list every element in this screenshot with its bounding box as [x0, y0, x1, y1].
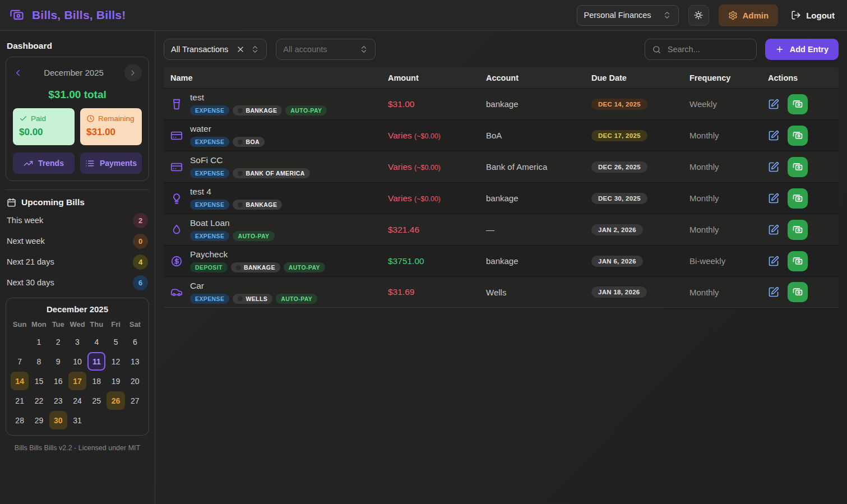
theme-toggle-button[interactable] — [688, 5, 709, 26]
calendar-day-28[interactable]: 28 — [11, 411, 29, 429]
calendar-day-17[interactable]: 17 — [68, 372, 86, 390]
due-date-badge: DEC 14, 2025 — [591, 99, 647, 110]
remaining-value: $31.00 — [86, 127, 136, 138]
pay-entry-button[interactable] — [788, 94, 808, 114]
upcoming-bills-heading: Upcoming Bills — [21, 197, 85, 207]
entry-amount: Varies (~$0.00) — [388, 162, 486, 172]
expense-badge: EXPENSE — [190, 231, 229, 241]
circle-dollar-icon — [170, 255, 183, 267]
table-row: Car EXPENSEWELLSAUTO-PAY $31.69 Wells JA… — [164, 276, 839, 308]
pay-entry-button[interactable] — [788, 126, 808, 146]
edit-entry-button[interactable] — [768, 286, 779, 298]
calendar-day-19[interactable]: 19 — [107, 372, 124, 390]
version-footer: Bills Bills Bills v2.2 - Licensed under … — [6, 444, 149, 452]
calendar-day-12[interactable]: 12 — [107, 352, 124, 371]
calendar-day-27[interactable]: 27 — [126, 391, 144, 410]
calendar-day-2[interactable]: 2 — [49, 332, 67, 351]
calendar-day-25[interactable]: 25 — [87, 391, 105, 410]
calendar-day-4[interactable]: 4 — [87, 332, 105, 351]
entry-frequency: Weekly — [689, 99, 768, 109]
calendar-day-16[interactable]: 16 — [49, 372, 67, 390]
calendar-day-24[interactable]: 24 — [68, 391, 86, 410]
calendar-day-3[interactable]: 3 — [68, 332, 86, 351]
calendar-day-18[interactable]: 18 — [87, 372, 105, 390]
edit-entry-button[interactable] — [768, 256, 779, 267]
transactions-filter-select[interactable]: All Transactions — [164, 39, 267, 60]
gear-icon — [728, 11, 738, 20]
calendar-day-9[interactable]: 9 — [49, 352, 67, 371]
add-entry-button[interactable]: Add Entry — [765, 39, 839, 60]
account-color-dot — [236, 265, 241, 270]
entry-name: test 4 — [190, 187, 282, 197]
plus-icon — [775, 45, 784, 54]
payments-button[interactable]: Payments — [80, 152, 142, 174]
expense-badge: EXPENSE — [190, 137, 229, 147]
calendar-day-11[interactable]: 11 — [87, 352, 105, 371]
pay-entry-button[interactable] — [788, 220, 808, 240]
upcoming-filter-item[interactable]: Next 21 days 4 — [7, 254, 148, 270]
calendar-day-31[interactable]: 31 — [68, 411, 86, 429]
search-box — [645, 39, 757, 60]
calendar-day-30[interactable]: 30 — [49, 411, 67, 429]
calendar-day-1[interactable]: 1 — [30, 332, 48, 351]
calendar-day-6[interactable]: 6 — [126, 332, 144, 351]
pay-entry-button[interactable] — [788, 188, 808, 209]
clear-filter-button[interactable] — [236, 45, 245, 54]
logout-icon — [791, 10, 801, 20]
upcoming-filter-item[interactable]: Next week 0 — [7, 233, 148, 249]
entry-amount: Varies (~$0.00) — [388, 131, 486, 141]
account-badge: BOA — [233, 137, 265, 147]
calendar-day-5[interactable]: 5 — [107, 332, 124, 351]
accounts-filter-select[interactable]: All accounts — [276, 39, 376, 60]
logout-button[interactable]: Logout — [788, 10, 838, 21]
edit-entry-button[interactable] — [768, 130, 779, 141]
sun-icon — [693, 10, 703, 20]
upcoming-filter-label: Next 21 days — [7, 257, 54, 266]
calendar-day-14[interactable]: 14 — [11, 372, 29, 390]
pay-entry-button[interactable] — [788, 157, 808, 177]
upcoming-filter-item[interactable]: This week 2 — [7, 212, 148, 228]
accounts-filter-placeholder: All accounts — [283, 45, 327, 54]
upcoming-filter-item[interactable]: Next 30 days 6 — [7, 275, 148, 290]
calendar-day-13[interactable]: 13 — [126, 352, 144, 371]
calendar-day-21[interactable]: 21 — [11, 391, 29, 410]
paid-label: Paid — [31, 114, 46, 123]
paid-summary-card: Paid $0.00 — [13, 108, 75, 145]
pay-entry-button[interactable] — [788, 251, 808, 271]
list-icon — [85, 159, 95, 168]
workspace-select[interactable]: Personal Finances — [577, 5, 679, 26]
calendar-day-20[interactable]: 20 — [126, 372, 144, 390]
calendar-day-15[interactable]: 15 — [30, 372, 48, 390]
check-icon — [19, 114, 27, 123]
edit-entry-button[interactable] — [768, 99, 779, 110]
search-input[interactable] — [667, 44, 749, 54]
calendar-day-26[interactable]: 26 — [107, 391, 124, 410]
pay-entry-button[interactable] — [788, 282, 808, 302]
calendar-day-8[interactable]: 8 — [30, 352, 48, 371]
trends-button[interactable]: Trends — [13, 152, 75, 174]
upcoming-filter-label: Next 30 days — [7, 278, 54, 287]
calendar-day-29[interactable]: 29 — [30, 411, 48, 429]
prev-month-button[interactable] — [13, 68, 23, 78]
credit-card-icon — [170, 161, 183, 173]
column-name: Name — [164, 73, 388, 82]
calendar-day-10[interactable]: 10 — [68, 352, 86, 371]
edit-entry-button[interactable] — [768, 193, 779, 204]
entry-frequency: Monthly — [689, 131, 768, 140]
autopay-badge: AUTO-PAY — [285, 105, 327, 115]
calendar-empty-cell — [11, 332, 29, 351]
admin-button[interactable]: Admin — [719, 4, 779, 26]
calendar-day-23[interactable]: 23 — [49, 391, 67, 410]
due-date-badge: JAN 18, 2026 — [591, 286, 647, 298]
edit-entry-button[interactable] — [768, 224, 779, 235]
calendar-day-22[interactable]: 22 — [30, 391, 48, 410]
edit-entry-button[interactable] — [768, 161, 779, 173]
account-color-dot — [238, 202, 243, 207]
count-badge: 4 — [133, 255, 148, 270]
clock-icon — [86, 114, 95, 123]
table-row: water EXPENSEBOA Varies (~$0.00) BoA DEC… — [164, 119, 839, 151]
entry-account: bankage — [486, 193, 591, 203]
lightbulb-icon — [170, 192, 183, 205]
calendar-day-7[interactable]: 7 — [11, 352, 29, 371]
next-month-button[interactable] — [124, 64, 142, 81]
